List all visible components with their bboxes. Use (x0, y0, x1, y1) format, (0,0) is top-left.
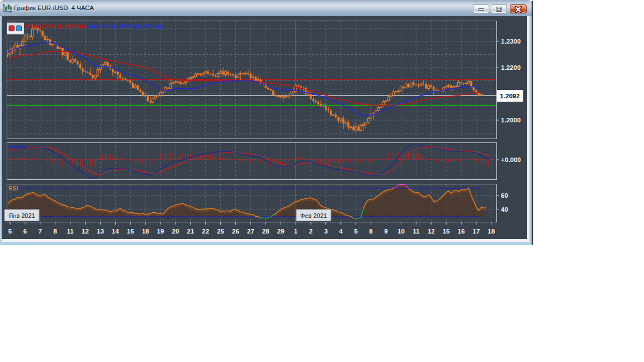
svg-text:13: 13 (97, 227, 104, 235)
svg-text:RSI: RSI (8, 185, 18, 192)
svg-text:8: 8 (53, 227, 57, 235)
svg-text:Exponential_Moving_Average: Exponential_Moving_Average (85, 23, 164, 29)
svg-text:1.2000: 1.2000 (501, 116, 520, 123)
svg-text:19: 19 (157, 227, 164, 235)
svg-text:Янв 2021: Янв 2021 (8, 212, 35, 219)
svg-text:5: 5 (8, 227, 12, 235)
svg-text:14: 14 (112, 227, 119, 235)
svg-text:6: 6 (23, 227, 27, 235)
svg-text:11: 11 (413, 227, 420, 235)
svg-text:Фев 2021: Фев 2021 (300, 212, 327, 219)
svg-text:12: 12 (428, 227, 435, 235)
svg-text:25: 25 (217, 227, 224, 235)
svg-text:17: 17 (472, 227, 480, 235)
svg-text:22: 22 (202, 227, 209, 235)
svg-text:20: 20 (172, 227, 179, 235)
svg-text:15: 15 (443, 227, 450, 235)
svg-text:27: 27 (247, 227, 254, 235)
svg-text:1: 1 (294, 227, 298, 235)
svg-text:26: 26 (232, 227, 239, 235)
svg-text:9: 9 (384, 227, 388, 235)
svg-text:15: 15 (127, 227, 134, 235)
svg-text:1.2092: 1.2092 (500, 92, 519, 99)
svg-text:3: 3 (324, 227, 328, 235)
svg-text:2: 2 (309, 227, 312, 235)
svg-text:29: 29 (277, 227, 285, 235)
svg-text:21: 21 (187, 227, 194, 235)
svg-text:28: 28 (262, 227, 269, 235)
svg-text:5: 5 (354, 227, 358, 235)
svg-text:18: 18 (487, 227, 495, 235)
svg-text:16: 16 (458, 227, 465, 235)
svg-text:11: 11 (67, 227, 74, 235)
svg-text:1.2300: 1.2300 (501, 37, 520, 45)
svg-text:40: 40 (501, 206, 508, 213)
svg-text:4: 4 (339, 227, 343, 235)
svg-text:1.2200: 1.2200 (501, 64, 520, 71)
svg-text:ential_Moving_Average: ential_Moving_Average (24, 23, 87, 29)
svg-text:+0.000: +0.000 (501, 156, 521, 163)
svg-text:12: 12 (82, 227, 89, 235)
svg-text:10: 10 (397, 227, 405, 235)
svg-text:8: 8 (369, 227, 373, 235)
svg-text:60: 60 (501, 192, 508, 199)
svg-text:7: 7 (39, 227, 42, 235)
svg-text:18: 18 (142, 227, 149, 235)
svg-text:MACD: MACD (8, 144, 26, 150)
